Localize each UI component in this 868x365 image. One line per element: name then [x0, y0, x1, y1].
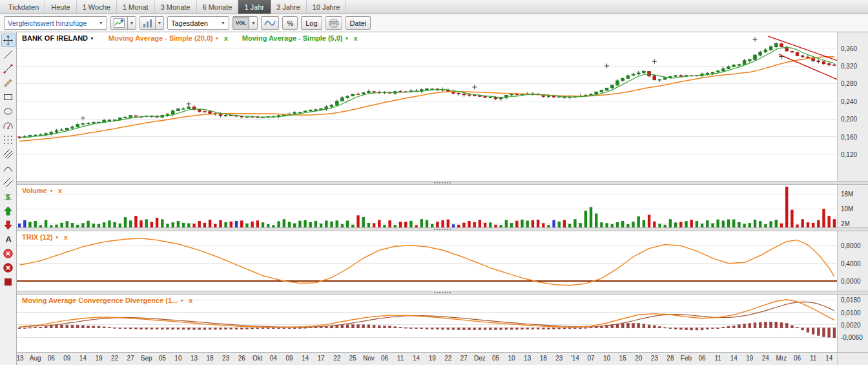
remove-macd-button[interactable]: x — [189, 297, 192, 304]
remove-volume-button[interactable]: x — [58, 187, 62, 194]
line-chart-style-button[interactable] — [261, 16, 279, 30]
chart-plus-icon — [114, 18, 125, 28]
move-icon — [3, 35, 14, 46]
volume-chart-svg — [17, 185, 837, 227]
volume-dropdown[interactable]: ▼ — [249, 16, 258, 30]
x-tick-label: Mrz — [776, 355, 787, 362]
delete-circle-dark-icon — [3, 262, 14, 273]
divider-grip-icon — [434, 229, 451, 230]
ma20-menu[interactable]: Moving Average - Simple (20,0) ▼ — [108, 34, 220, 42]
tab-1-monat[interactable]: 1 Monat — [117, 0, 155, 14]
volume-panel: Volume ▼ x 18M10M2M — [17, 185, 868, 227]
rectangle-tool[interactable] — [1, 90, 16, 104]
remove-trix-button[interactable]: x — [64, 233, 68, 241]
remove-drawing-button[interactable] — [1, 247, 16, 260]
symbol-menu[interactable]: BANK OF IRELAND ▼ — [22, 34, 94, 42]
ellipse-icon — [3, 106, 14, 117]
log-scale-button[interactable]: Log — [301, 16, 322, 30]
macd-menu[interactable]: Moving Average Convergence Divergence (1… — [22, 297, 184, 304]
price-plot[interactable]: BANK OF IRELAND ▼ Moving Average - Simpl… — [17, 32, 837, 181]
x-tick-label: '13 — [17, 355, 24, 362]
chart-type-split: ▼ — [140, 16, 164, 30]
x-tick-label: 06 — [794, 355, 801, 362]
trix-plot[interactable]: TRIX (12) ▼ x — [17, 231, 837, 291]
tab-3-monate[interactable]: 3 Monate — [155, 0, 197, 14]
tab-6-monate[interactable]: 6 Monate — [197, 0, 239, 14]
tab-tickdaten[interactable]: Tickdaten — [3, 0, 45, 14]
freehand-tool[interactable] — [1, 76, 16, 90]
fibonacci-tool[interactable]: $ — [1, 190, 16, 203]
remove-all-drawings-button[interactable] — [1, 261, 16, 275]
ellipse-tool[interactable] — [1, 105, 16, 118]
file-button[interactable]: Datei — [346, 16, 371, 30]
y-tick-label: 0,360 — [841, 45, 857, 52]
delete-chart-button[interactable] — [1, 275, 16, 289]
tab-1-woche[interactable]: 1 Woche — [77, 0, 117, 14]
text-icon: A — [3, 234, 14, 245]
sell-arrow-tool[interactable] — [1, 218, 16, 232]
volume-toggle-button[interactable]: VOL — [232, 16, 249, 30]
x-tick-label: 04 — [270, 355, 277, 362]
percent-scale-button[interactable]: % — [282, 16, 298, 30]
tab-1-jahr[interactable]: 1 Jahr — [238, 0, 271, 14]
remove-ma5-button[interactable]: x — [353, 34, 357, 42]
chart-type-button[interactable] — [140, 16, 156, 30]
x-tick-label: 19 — [746, 355, 753, 362]
arc-icon — [3, 163, 14, 174]
print-button[interactable] — [326, 16, 342, 30]
volume-y-axis[interactable]: 18M10M2M — [837, 185, 868, 227]
volume-plot[interactable]: Volume ▼ x — [17, 185, 837, 227]
pan-tool[interactable] — [1, 34, 16, 47]
x-tick-label: 28 — [666, 355, 674, 362]
chart-toolbar: Vergleichswert hinzufüge ▼ ▼ ▼ Tagesdate… — [0, 14, 868, 32]
chart-workspace: $A BANK OF IRELAND ▼ Moving Average - Si… — [0, 32, 868, 365]
trix-legend: TRIX (12) ▼ x — [22, 233, 68, 241]
tab-heute[interactable]: Heute — [45, 0, 76, 14]
x-tick-label: Aug — [30, 355, 41, 362]
x-tick-label: 14 — [302, 355, 309, 362]
hatch-tool[interactable] — [1, 147, 16, 161]
buy-arrow-tool[interactable] — [1, 204, 16, 218]
price-y-axis[interactable]: 0,3600,3200,2800,2400,2000,1600,120 — [837, 32, 868, 181]
chart-type-dropdown[interactable]: ▼ — [155, 16, 164, 30]
x-tick-label: 13 — [524, 355, 531, 362]
trendline-tool[interactable] — [1, 62, 16, 76]
arc-tool[interactable] — [1, 162, 16, 175]
chevron-down-icon: ▼ — [90, 36, 94, 41]
gauge-icon — [3, 120, 14, 131]
compare-dropdown[interactable]: Vergleichswert hinzufüge ▼ — [4, 16, 107, 30]
parallel-channel-tool[interactable] — [1, 176, 16, 189]
grid-tool[interactable] — [1, 133, 16, 147]
chevron-down-icon: ▼ — [180, 298, 184, 303]
x-tick-label: 06 — [699, 355, 706, 362]
stop-square-icon — [3, 276, 14, 287]
tab-3-jahre[interactable]: 3 Jahre — [271, 0, 307, 14]
angle-tool[interactable] — [1, 119, 16, 132]
tab-10-jahre[interactable]: 10 Jahre — [307, 0, 347, 14]
x-axis[interactable]: '13Aug060914192227Sep051013182326Okt0409… — [17, 353, 837, 365]
x-tick-label: 10 — [174, 355, 181, 362]
macd-y-axis[interactable]: 0,01800,01000,0020-0,0060 — [837, 295, 868, 352]
macd-plot[interactable]: Moving Average Convergence Divergence (1… — [17, 295, 837, 352]
remove-ma20-button[interactable]: x — [224, 34, 228, 42]
add-study-button[interactable] — [110, 16, 128, 30]
add-study-dropdown[interactable]: ▼ — [127, 16, 136, 30]
ma20-label: Moving Average - Simple (20,0) — [108, 34, 213, 42]
timeframe-dropdown[interactable]: Tagesdaten ▼ — [167, 16, 229, 30]
trix-y-axis[interactable]: 0,80000,40000,0000 — [837, 231, 868, 291]
macd-label: Moving Average Convergence Divergence (1… — [22, 297, 178, 304]
x-tick-label: 26 — [238, 355, 245, 362]
trix-menu[interactable]: TRIX (12) ▼ — [22, 233, 59, 241]
x-tick-label: 11 — [397, 355, 404, 362]
x-tick-label: 20 — [635, 355, 642, 362]
volume-menu[interactable]: Volume ▼ — [22, 187, 54, 194]
line-tool[interactable] — [1, 48, 16, 61]
y-tick-label: -0,0060 — [841, 334, 863, 341]
svg-text:$: $ — [6, 193, 10, 201]
x-tick-label: 09 — [63, 355, 70, 362]
y-tick-label: 0,0000 — [841, 278, 861, 285]
text-tool[interactable]: A — [1, 233, 16, 246]
y-tick-label: 0,240 — [841, 98, 857, 105]
x-tick-label: Dez — [474, 355, 486, 362]
ma5-menu[interactable]: Moving Average - Simple (5,0) ▼ — [242, 34, 349, 42]
